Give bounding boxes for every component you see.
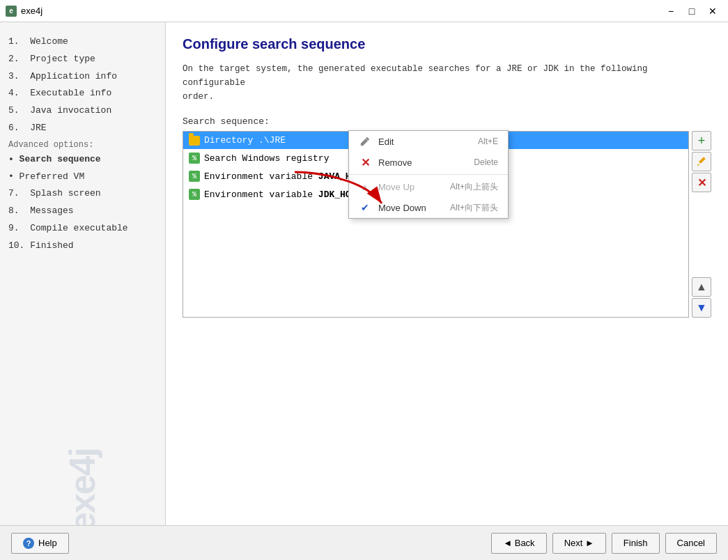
finish-label: Finish: [624, 538, 648, 548]
finish-button[interactable]: Finish: [612, 533, 660, 554]
ctx-remove-shortcut: Delete: [474, 157, 498, 167]
back-button[interactable]: ◄ Back: [491, 533, 546, 554]
sidebar-item-compile-executable[interactable]: 9. Compile executable: [6, 220, 160, 238]
bottom-bar: ? Help ◄ Back Next ► Finish Cancel: [0, 525, 728, 560]
help-label: Help: [38, 538, 57, 548]
sidebar-item-jre[interactable]: 6. JRE: [6, 120, 160, 137]
next-button[interactable]: Next ►: [552, 533, 606, 554]
sidebar-item-application-info[interactable]: 3. Application info: [6, 68, 160, 86]
edit-button[interactable]: [692, 152, 711, 171]
sidebar: 1. Welcome 2. Project type 3. Applicatio…: [0, 22, 166, 525]
advanced-options-label: Advanced options:: [6, 137, 160, 151]
help-button[interactable]: ? Help: [11, 533, 69, 554]
ctx-move-up-label: Move Up: [378, 182, 443, 192]
add-button[interactable]: +: [692, 131, 711, 150]
close-button[interactable]: ✕: [703, 3, 722, 20]
ctx-move-down-label: Move Down: [378, 203, 443, 213]
page-description: On the target system, the generated exec…: [183, 62, 711, 104]
remove-button[interactable]: ✕: [692, 173, 711, 192]
registry-icon: %: [189, 189, 200, 200]
sidebar-item-preferred-vm[interactable]: • Preferred VM: [6, 169, 160, 186]
sidebar-item-splash-screen[interactable]: 7. Splash screen: [6, 185, 160, 203]
scroll-up-button[interactable]: ▲: [692, 277, 711, 297]
bottom-left: ? Help: [11, 533, 69, 554]
watermark-text: exe4j: [61, 449, 103, 525]
registry-icon: %: [189, 153, 200, 164]
svg-rect-0: [699, 157, 706, 164]
ctx-move-up-shortcut: Alt+向上箭头: [450, 181, 498, 193]
maximize-button[interactable]: □: [682, 3, 702, 20]
list-item-text: Search Windows registry: [204, 153, 329, 164]
titlebar-left: e exe4j: [6, 6, 42, 17]
edit-icon: [359, 135, 371, 148]
ctx-remove-label: Remove: [378, 157, 467, 168]
ctx-remove[interactable]: ✕ Remove Delete: [349, 152, 508, 173]
remove-icon: ✕: [359, 156, 371, 169]
ctx-move-up: ▲ Move Up Alt+向上箭头: [349, 176, 508, 197]
titlebar: e exe4j − □ ✕: [0, 0, 728, 22]
list-item-text: Directory .\JRE: [204, 135, 286, 146]
sidebar-item-executable-info[interactable]: 4. Executable info: [6, 85, 160, 102]
ctx-edit-shortcut: Alt+E: [478, 137, 498, 146]
ctx-edit-label: Edit: [378, 137, 471, 147]
registry-icon: %: [189, 171, 200, 182]
ctx-divider: [349, 174, 508, 175]
app-title: exe4j: [21, 6, 42, 16]
folder-icon: [189, 136, 200, 146]
context-menu: Edit Alt+E ✕ Remove Delete ▲ Move Up Alt…: [348, 130, 509, 219]
help-icon: ?: [23, 538, 34, 549]
sidebar-item-java-invocation[interactable]: 5. Java invocation: [6, 102, 160, 120]
move-down-icon: ✔: [359, 201, 371, 214]
sidebar-item-messages[interactable]: 8. Messages: [6, 203, 160, 220]
sidebar-item-finished[interactable]: 10. Finished: [6, 238, 160, 255]
ctx-move-down[interactable]: ✔ Move Down Alt+向下箭头: [349, 197, 508, 218]
list-item-text: Environment variable JDK_HOM: [204, 189, 356, 200]
sidebar-item-search-sequence[interactable]: • Search sequence: [6, 151, 160, 169]
ctx-move-down-shortcut: Alt+向下箭头: [450, 202, 498, 214]
cancel-label: Cancel: [677, 538, 705, 548]
main-layout: 1. Welcome 2. Project type 3. Applicatio…: [0, 22, 728, 525]
back-label: ◄ Back: [503, 538, 534, 548]
sequence-label: Search sequence:: [183, 116, 711, 127]
move-up-icon: ▲: [359, 180, 371, 193]
next-label: Next ►: [564, 538, 594, 548]
side-buttons: + ✕ ▲ ▼: [689, 131, 711, 318]
scroll-down-button[interactable]: ▼: [692, 298, 711, 318]
ctx-edit[interactable]: Edit Alt+E: [349, 131, 508, 152]
bottom-right: ◄ Back Next ► Finish Cancel: [491, 533, 717, 554]
app-icon: e: [6, 6, 17, 17]
content-area: Configure search sequence On the target …: [166, 22, 728, 525]
window-controls: − □ ✕: [661, 3, 722, 20]
minimize-button[interactable]: −: [661, 3, 681, 20]
sidebar-item-project-type[interactable]: 2. Project type: [6, 51, 160, 68]
page-title: Configure search sequence: [183, 36, 711, 52]
sidebar-item-welcome[interactable]: 1. Welcome: [6, 33, 160, 51]
list-item-text: Environment variable JAVA_HO: [204, 171, 356, 182]
cancel-button[interactable]: Cancel: [665, 533, 717, 554]
pencil-icon: [697, 157, 706, 166]
watermark: exe4j: [0, 428, 165, 511]
